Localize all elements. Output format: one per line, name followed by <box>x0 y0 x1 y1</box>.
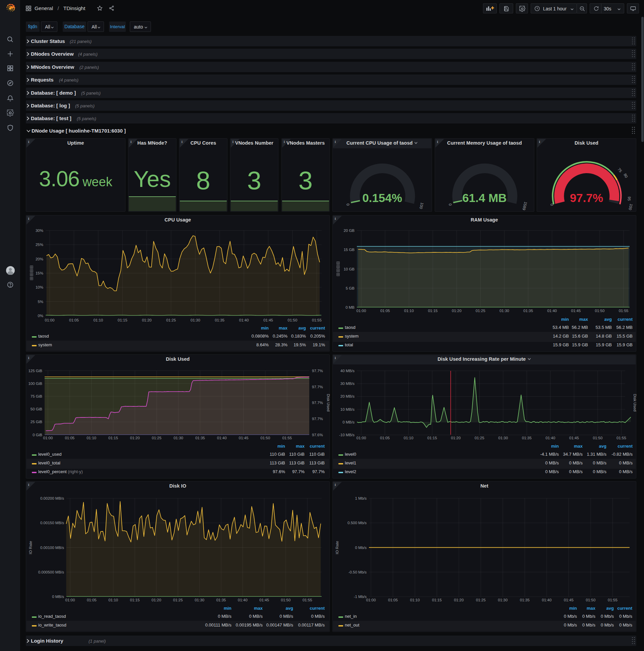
svg-text:01:40: 01:40 <box>542 598 552 602</box>
svg-text:01:25: 01:25 <box>152 436 162 440</box>
svg-text:01:50: 01:50 <box>586 598 596 602</box>
svg-text:01:15: 01:15 <box>432 598 442 602</box>
svg-text:75: 75 <box>617 167 622 173</box>
svg-text:01:25: 01:25 <box>173 598 183 602</box>
svg-text:01:20: 01:20 <box>130 436 140 440</box>
svg-text:01:55: 01:55 <box>282 436 292 440</box>
svg-text:01:35: 01:35 <box>523 309 533 313</box>
svg-text:01:05: 01:05 <box>388 598 398 602</box>
svg-text:01:55: 01:55 <box>616 436 626 440</box>
svg-text:01:30: 01:30 <box>500 309 509 313</box>
svg-text:01:05: 01:05 <box>69 318 79 322</box>
svg-text:0.000500 MB/s: 0.000500 MB/s <box>38 570 64 574</box>
svg-text:01:10: 01:10 <box>93 318 103 322</box>
svg-text:15 GB: 15 GB <box>344 248 355 252</box>
svg-text:25%: 25% <box>36 243 43 247</box>
svg-text:20 MB/s: 20 MB/s <box>341 394 355 398</box>
svg-text:01:35: 01:35 <box>195 436 205 440</box>
svg-text:30 MB/s: 30 MB/s <box>341 381 355 385</box>
svg-text:01:30: 01:30 <box>498 436 508 440</box>
svg-text:15%: 15% <box>36 271 43 275</box>
svg-text:01:00: 01:00 <box>65 598 75 602</box>
svg-text:97.7%: 97.7% <box>312 401 323 405</box>
svg-text:01:55: 01:55 <box>619 309 629 313</box>
svg-text:01:10: 01:10 <box>410 598 420 602</box>
svg-text:5 GB: 5 GB <box>346 286 355 290</box>
svg-text:01:25: 01:25 <box>476 309 485 313</box>
svg-text:01:55: 01:55 <box>608 598 617 602</box>
svg-text:01:50: 01:50 <box>261 436 270 440</box>
svg-text:01:40: 01:40 <box>239 318 249 322</box>
svg-text:01:40: 01:40 <box>238 598 248 602</box>
svg-text:1 Mb/s: 1 Mb/s <box>355 496 366 500</box>
svg-text:100 GiB: 100 GiB <box>28 381 42 385</box>
svg-text:50 GiB: 50 GiB <box>31 407 42 411</box>
svg-text:-1 Mb/s: -1 Mb/s <box>354 595 367 599</box>
svg-text:0 MB/s: 0 MB/s <box>343 420 355 424</box>
svg-text:01:25: 01:25 <box>476 598 486 602</box>
svg-text:01:20: 01:20 <box>152 598 161 602</box>
svg-text:0 GiB: 0 GiB <box>33 433 42 437</box>
svg-text:01:40: 01:40 <box>547 309 557 313</box>
svg-text:01:00: 01:00 <box>357 436 366 440</box>
svg-text:01:50: 01:50 <box>288 318 297 322</box>
svg-text:01:15: 01:15 <box>130 598 140 602</box>
svg-text:97.7%: 97.7% <box>312 385 323 389</box>
svg-text:80: 80 <box>623 173 629 179</box>
svg-text:01:05: 01:05 <box>380 436 390 440</box>
svg-text:25 GiB: 25 GiB <box>31 420 42 424</box>
svg-text:0%: 0% <box>38 314 43 318</box>
svg-text:01:50: 01:50 <box>281 598 291 602</box>
svg-text:01:45: 01:45 <box>571 309 581 313</box>
svg-text:01:15: 01:15 <box>108 436 118 440</box>
svg-text:01:25: 01:25 <box>166 318 176 322</box>
svg-text:-10 MB/s: -10 MB/s <box>339 433 355 437</box>
svg-text:01:10: 01:10 <box>404 309 414 313</box>
svg-text:0.00150 MB/s: 0.00150 MB/s <box>40 521 64 525</box>
svg-text:97.6%: 97.6% <box>312 433 323 437</box>
svg-text:01:05: 01:05 <box>87 598 97 602</box>
svg-text:01:20: 01:20 <box>454 598 464 602</box>
svg-text:01:40: 01:40 <box>217 436 227 440</box>
svg-text:-0.50 Mb/s: -0.50 Mb/s <box>349 570 367 574</box>
svg-text:125 GiB: 125 GiB <box>28 369 42 373</box>
svg-text:01:00: 01:00 <box>366 598 376 602</box>
svg-text:01:15: 01:15 <box>428 309 438 313</box>
svg-text:01:35: 01:35 <box>522 436 532 440</box>
svg-text:20%: 20% <box>36 257 43 261</box>
svg-text:01:30: 01:30 <box>195 598 204 602</box>
svg-text:97.7%: 97.7% <box>312 417 323 421</box>
svg-text:01:00: 01:00 <box>357 309 366 313</box>
svg-text:Disk Used: Disk Used <box>633 394 637 411</box>
svg-text:IO Rate: IO Rate <box>29 541 33 554</box>
svg-text:10 MB/s: 10 MB/s <box>341 407 355 411</box>
svg-text:01:25: 01:25 <box>475 436 484 440</box>
svg-text:01:45: 01:45 <box>239 436 249 440</box>
svg-text:01:45: 01:45 <box>259 598 269 602</box>
svg-text:01:45: 01:45 <box>569 436 579 440</box>
svg-text:0 MB/s: 0 MB/s <box>52 595 64 599</box>
svg-text:30%: 30% <box>36 228 43 232</box>
svg-text:01:00: 01:00 <box>43 436 53 440</box>
svg-text:01:45: 01:45 <box>564 598 574 602</box>
svg-text:75 GiB: 75 GiB <box>31 394 42 398</box>
svg-text:01:15: 01:15 <box>427 436 437 440</box>
svg-text:0 MB: 0 MB <box>346 305 355 309</box>
svg-text:01:20: 01:20 <box>451 436 461 440</box>
svg-text:10 GB: 10 GB <box>344 267 355 271</box>
svg-text:01:15: 01:15 <box>118 318 127 322</box>
svg-text:Disk Used: Disk Used <box>326 394 330 411</box>
svg-text:01:50: 01:50 <box>595 309 605 313</box>
svg-text:01:05: 01:05 <box>65 436 74 440</box>
svg-text:01:05: 01:05 <box>380 309 390 313</box>
svg-text:01:35: 01:35 <box>215 318 224 322</box>
svg-text:01:10: 01:10 <box>404 436 414 440</box>
svg-text:0.00200 MB/s: 0.00200 MB/s <box>40 496 64 500</box>
svg-text:01:55: 01:55 <box>302 598 312 602</box>
svg-text:01:50: 01:50 <box>593 436 603 440</box>
svg-text:10%: 10% <box>36 285 43 289</box>
svg-text:01:00: 01:00 <box>45 318 55 322</box>
svg-text:01:30: 01:30 <box>191 318 200 322</box>
svg-text:0.00100 MB/s: 0.00100 MB/s <box>40 546 64 550</box>
svg-text:01:40: 01:40 <box>546 436 555 440</box>
